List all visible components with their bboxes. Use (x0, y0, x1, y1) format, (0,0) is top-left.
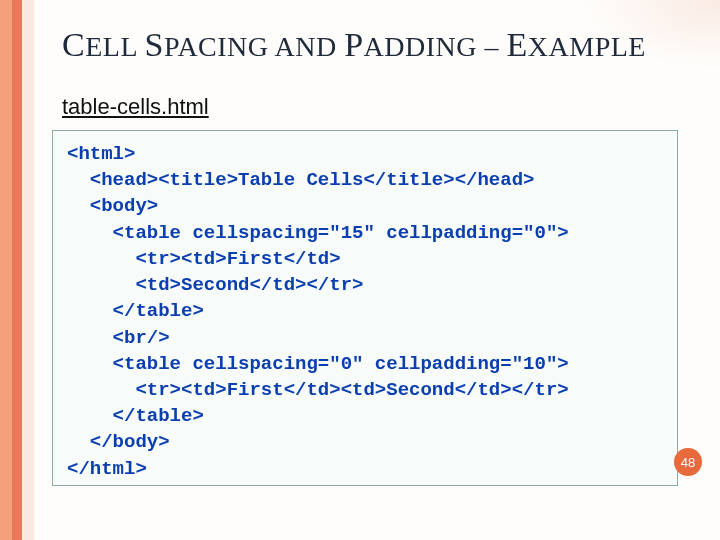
code-line: <tr><td>First</td><td>Second</td></tr> (67, 379, 569, 401)
title-letter: S (144, 26, 163, 63)
title-text: XAMPLE (528, 31, 646, 62)
filename-label: table-cells.html (62, 94, 209, 120)
title-dash: – (485, 31, 507, 62)
page-number: 48 (681, 455, 695, 470)
code-line: <br/> (67, 327, 170, 349)
title-text: ADDING (364, 31, 485, 62)
title-text: PACING AND (164, 31, 344, 62)
page-number-badge: 48 (674, 448, 702, 476)
code-line: <table cellspacing="0" cellpadding="10"> (67, 353, 569, 375)
title-letter: E (507, 26, 528, 63)
code-line: </table> (67, 300, 204, 322)
code-line: <table cellspacing="15" cellpadding="0"> (67, 222, 569, 244)
title-text: ELL (85, 31, 144, 62)
code-line: <html> (67, 143, 135, 165)
code-box: <html> <head><title>Table Cells</title><… (52, 130, 678, 486)
code-content: <html> <head><title>Table Cells</title><… (67, 141, 663, 482)
slide: CELL SPACING AND PADDING – EXAMPLE table… (0, 0, 720, 540)
slide-title: CELL SPACING AND PADDING – EXAMPLE (62, 26, 680, 64)
code-line: <tr><td>First</td> (67, 248, 341, 270)
code-line: </body> (67, 431, 170, 453)
code-line: </table> (67, 405, 204, 427)
accent-bar-1 (0, 0, 12, 540)
code-line: <body> (67, 195, 158, 217)
code-line: <td>Second</td></tr> (67, 274, 363, 296)
accent-bar-3 (22, 0, 34, 540)
accent-bar-2 (12, 0, 22, 540)
code-line: </html> (67, 458, 147, 480)
left-accent-bars (0, 0, 34, 540)
code-line: <head><title>Table Cells</title></head> (67, 169, 534, 191)
title-letter: P (344, 26, 363, 63)
title-letter: C (62, 26, 85, 63)
